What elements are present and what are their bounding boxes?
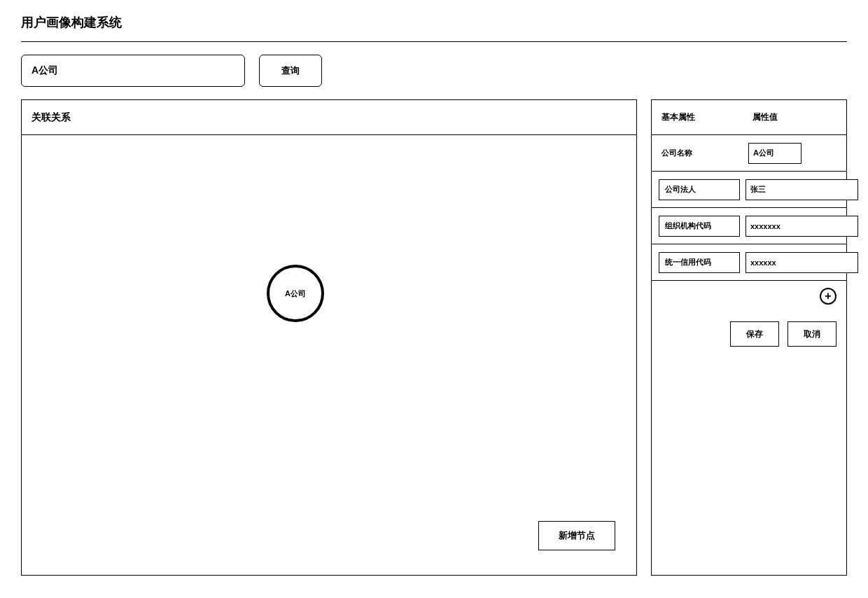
company-search-input[interactable] (21, 55, 245, 87)
cancel-button[interactable]: 取消 (788, 321, 836, 347)
attr-row-legal-person: 公司法人 ✕ (652, 172, 846, 208)
delete-row-icon[interactable]: ✕ (864, 256, 868, 269)
attr-value-input[interactable] (746, 216, 858, 237)
attr-value-input[interactable] (746, 252, 858, 273)
company-node[interactable]: A公司 (267, 265, 324, 322)
add-attribute-icon[interactable]: + (820, 288, 836, 305)
attr-row-credit-code: 统一信用代码 ✕ (652, 244, 846, 281)
attr-value-input[interactable] (746, 179, 858, 200)
attr-header-label: 基本属性 (652, 111, 750, 123)
save-button[interactable]: 保存 (730, 321, 779, 347)
delete-row-icon[interactable]: ✕ (864, 183, 868, 196)
attr-row-company-name: 公司名称 A公司 (652, 135, 846, 172)
page-title: 用户画像构建系统 (21, 14, 847, 42)
attribute-panel: 基本属性 属性值 公司名称 A公司 公司法人 ✕ 组织机构代码 ✕ 统一信用代码… (651, 99, 847, 576)
graph-panel-header: 关联关系 (22, 100, 636, 135)
attribute-header: 基本属性 属性值 (652, 100, 846, 135)
search-bar: 查询 (21, 55, 847, 87)
attr-row-org-code: 组织机构代码 ✕ (652, 208, 846, 244)
query-button[interactable]: 查询 (259, 55, 322, 87)
action-row: 保存 取消 (652, 307, 846, 347)
add-node-button[interactable]: 新增节点 (538, 521, 615, 550)
main-content: 关联关系 A公司 新增节点 基本属性 属性值 公司名称 A公司 公司法人 ✕ 组… (21, 99, 847, 576)
add-attribute-row: + (652, 281, 846, 307)
attr-header-value: 属性值 (750, 111, 846, 123)
delete-row-icon[interactable]: ✕ (864, 220, 868, 232)
attr-label: 公司名称 (659, 148, 743, 158)
attr-label-input[interactable]: 统一信用代码 (659, 252, 740, 273)
graph-canvas[interactable]: A公司 新增节点 (22, 135, 636, 575)
attr-label-input[interactable]: 组织机构代码 (659, 216, 740, 237)
attr-label-input[interactable]: 公司法人 (659, 179, 740, 200)
relation-graph-panel: 关联关系 A公司 新增节点 (21, 99, 637, 576)
attr-value: A公司 (748, 143, 802, 164)
